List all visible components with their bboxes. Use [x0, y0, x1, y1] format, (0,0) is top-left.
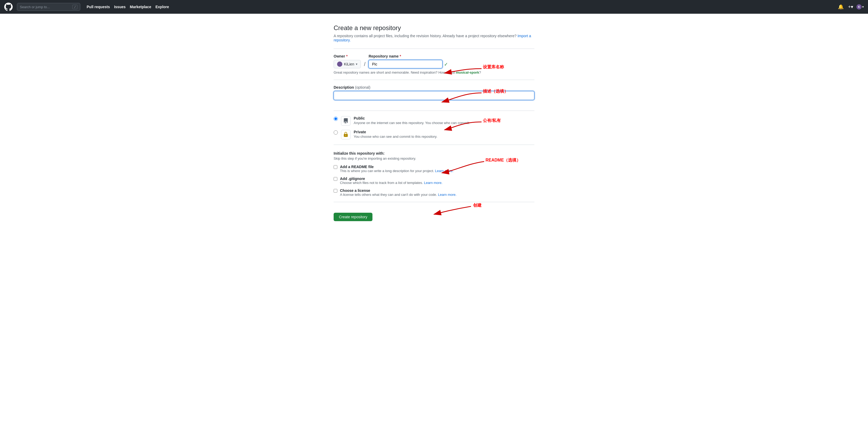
license-learn-link[interactable]: Learn more. [438, 193, 457, 197]
init-subtitle: Skip this step if you're importing an ex… [334, 157, 534, 160]
divider-3 [334, 144, 534, 145]
nav-marketplace[interactable]: Marketplace [130, 5, 151, 9]
search-text: Search or jump to... [20, 5, 50, 9]
license-text: Choose a license A license tells others … [340, 189, 457, 197]
search-shortcut: / [72, 5, 78, 9]
public-radio[interactable] [334, 117, 338, 121]
user-avatar-button[interactable]: K ▾ [857, 4, 864, 9]
divider-top [334, 48, 534, 49]
readme-learn-link[interactable]: Learn more. [435, 169, 454, 173]
slash-divider: / [364, 61, 366, 68]
suggestion-text: musical-spork [456, 70, 479, 74]
public-text: Public Anyone on the internet can see th… [354, 116, 470, 125]
owner-group: Owner * KiLien ▾ [334, 54, 361, 68]
annotation-create: 创建 [473, 203, 482, 208]
private-icon [341, 130, 350, 139]
owner-required: * [346, 54, 347, 58]
description-input[interactable] [334, 91, 534, 100]
private-option[interactable]: Private You choose who can see and commi… [334, 130, 534, 139]
repo-name-group: Repository name * ✓ [369, 54, 448, 68]
public-icon [341, 116, 350, 126]
plus-button[interactable]: +▾ [847, 3, 854, 11]
gitignore-option: Add .gitignore Choose which files not to… [334, 176, 534, 185]
page-subtitle: A repository contains all project files,… [334, 34, 534, 42]
public-option[interactable]: Public Anyone on the internet can see th… [334, 116, 534, 126]
search-bar[interactable]: Search or jump to... / [17, 3, 80, 11]
create-repository-button[interactable]: Create repository [334, 213, 372, 221]
private-text: Private You choose who can see and commi… [354, 130, 437, 138]
owner-label: Owner * [334, 54, 361, 58]
page-title: Create a new repository [334, 24, 534, 32]
owner-name: KiLien [344, 62, 354, 66]
avatar: K [857, 4, 862, 9]
github-logo[interactable] [4, 3, 13, 11]
private-radio[interactable] [334, 130, 338, 135]
divider-2 [334, 110, 534, 111]
check-icon: ✓ [444, 62, 448, 68]
owner-repo-row: Owner * KiLien ▾ / Repository name * [334, 54, 534, 68]
readme-checkbox[interactable] [334, 165, 337, 169]
repo-name-input[interactable] [369, 60, 442, 68]
readme-option: Add a README file This is where you can … [334, 165, 534, 173]
gitignore-checkbox[interactable] [334, 177, 337, 181]
navbar: Search or jump to... / Pull requests Iss… [0, 0, 868, 14]
name-hint: Great repository names are short and mem… [334, 70, 534, 74]
readme-text: Add a README file This is where you can … [340, 165, 454, 173]
description-group: Description (optional) [334, 85, 534, 105]
nav-explore[interactable]: Explore [155, 5, 169, 9]
owner-select[interactable]: KiLien ▾ [334, 60, 361, 68]
navbar-right: 🔔 +▾ K ▾ [837, 3, 864, 11]
nav-issues[interactable]: Issues [114, 5, 126, 9]
main-content: Create a new repository A repository con… [328, 24, 540, 242]
description-label: Description (optional) [334, 85, 534, 90]
nav-pull-requests[interactable]: Pull requests [87, 5, 110, 9]
owner-avatar [337, 62, 342, 67]
init-title: Initialize this repository with: [334, 151, 534, 156]
repo-name-label: Repository name * [369, 54, 448, 58]
gitignore-learn-link[interactable]: Learn more. [424, 181, 442, 185]
gitignore-text: Add .gitignore Choose which files not to… [340, 176, 442, 185]
notifications-button[interactable]: 🔔 [837, 3, 845, 11]
chevron-down-icon: ▾ [356, 62, 358, 66]
repo-name-required: * [400, 54, 401, 58]
init-section: Initialize this repository with: Skip th… [334, 151, 534, 197]
description-optional: (optional) [355, 85, 370, 90]
license-checkbox[interactable] [334, 189, 337, 193]
nav-links: Pull requests Issues Marketplace Explore [87, 5, 169, 9]
license-option: Choose a license A license tells others … [334, 189, 534, 197]
